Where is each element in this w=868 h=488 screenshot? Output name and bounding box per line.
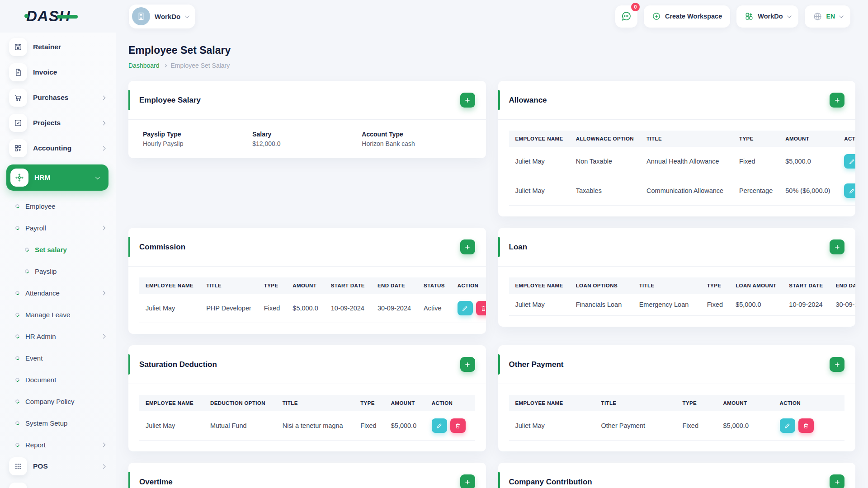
other-payment-table: EMPLOYEE NAME TITLE TYPE AMOUNT ACTION J… <box>509 395 845 441</box>
sidebar-item-projects[interactable]: Projects <box>9 114 108 132</box>
chevron-down-icon <box>839 14 844 18</box>
trash-icon <box>802 422 809 429</box>
edit-button[interactable] <box>844 154 855 169</box>
pencil-icon <box>462 305 468 312</box>
plus-icon <box>464 361 471 368</box>
sidebar-item-pos[interactable]: POS <box>9 457 108 475</box>
status-badge: Active <box>417 294 451 323</box>
logo-dash-accent <box>57 15 78 19</box>
sidebar-item-set-salary[interactable]: Set salary <box>0 240 108 258</box>
messages-badge: 0 <box>631 3 640 11</box>
add-overtime-button[interactable] <box>460 474 475 488</box>
apps-menu-button[interactable]: WorkDo <box>736 5 798 28</box>
sidebar-item-manage-leave[interactable]: Manage Leave <box>0 305 108 324</box>
dash-logo[interactable]: DASH <box>26 8 71 25</box>
add-loan-button[interactable] <box>830 239 844 254</box>
card-title: Other Payment <box>509 360 564 369</box>
add-saturation-deduction-button[interactable] <box>460 357 475 372</box>
table-row: Juliet May Financials Loan Emergency Loa… <box>509 294 856 316</box>
delete-button[interactable] <box>476 301 486 315</box>
circle-plus-icon <box>652 12 661 21</box>
allowance-table: EMPLOYEE NAME ALLOWNACE OPTION TITLE TYP… <box>509 131 856 206</box>
chevron-right-icon <box>101 95 106 100</box>
bullet-icon <box>14 312 20 317</box>
sidebar-item-purchases[interactable]: Purchases <box>9 89 108 107</box>
chat-icon <box>621 11 632 22</box>
sidebar-item-retainer[interactable]: Retainer <box>9 38 108 56</box>
sidebar-item-hrm[interactable]: HRM <box>6 164 108 191</box>
add-commission-button[interactable] <box>460 239 475 254</box>
table-row: Juliet May Other Payment Fixed $5,000.0 <box>509 411 845 441</box>
bullet-icon <box>14 290 20 296</box>
field-salary: Salary $12,000.0 <box>252 131 362 147</box>
delete-button[interactable] <box>450 418 466 433</box>
page-title: Employee Set Salary <box>128 44 855 56</box>
check-square-icon <box>14 118 23 127</box>
chevron-down-icon <box>185 14 189 18</box>
grid-plus-icon <box>14 144 23 153</box>
delete-button[interactable] <box>798 418 814 433</box>
bullet-icon <box>14 377 20 382</box>
workspace-name: WorkDo <box>155 13 180 20</box>
sidebar-item-accounting[interactable]: Accounting <box>9 139 108 157</box>
card-allowance: Allowance EMPLOYEE NAME ALLOWNACE OPTION… <box>498 81 856 216</box>
bullet-icon <box>14 203 20 209</box>
breadcrumb-dashboard-link[interactable]: Dashboard <box>128 62 160 69</box>
add-allowance-button[interactable] <box>830 93 844 108</box>
saturation-deduction-table: EMPLOYEE NAME DEDUCTION OPTION TITLE TYP… <box>139 395 475 441</box>
field-payslip-type: Payslip Type Hourly Payslip <box>143 131 252 147</box>
sidebar-item-hr-admin[interactable]: HR Admin <box>0 327 108 345</box>
card-title: Allowance <box>509 96 547 105</box>
edit-button[interactable] <box>458 301 473 315</box>
sidebar-item-event[interactable]: Event <box>0 349 108 367</box>
card-commission: Commission EMPLOYEE NAME TITLE TYPE AMOU… <box>128 228 486 334</box>
add-employee-salary-button[interactable] <box>460 93 475 108</box>
chevron-down-icon <box>95 175 100 179</box>
card-title: Overtime <box>139 478 173 487</box>
workspace-selector[interactable]: WorkDo <box>129 5 195 28</box>
bullet-icon <box>24 268 29 274</box>
messages-button[interactable]: 0 <box>615 5 637 28</box>
card-title: Commission <box>139 243 185 252</box>
edit-button[interactable] <box>432 418 447 433</box>
table-row: Juliet May Non Taxable Annual Health All… <box>509 147 856 176</box>
plus-icon <box>834 479 841 486</box>
bullet-icon <box>14 333 20 339</box>
sidebar-item-system-setup[interactable]: System Setup <box>0 414 108 432</box>
chevron-right-icon <box>101 442 106 447</box>
sidebar-item-employee[interactable]: Employee <box>0 197 108 215</box>
retainer-save-icon <box>14 42 23 52</box>
edit-button[interactable] <box>844 183 855 198</box>
sidebar-item-company-policy[interactable]: Company Policy <box>0 392 108 410</box>
sidebar-item-crm[interactable]: CRM <box>9 483 108 488</box>
commission-table: EMPLOYEE NAME TITLE TYPE AMOUNT START DA… <box>139 277 486 323</box>
card-title: Saturation Deduction <box>139 360 217 369</box>
sidebar-item-payslip[interactable]: Payslip <box>0 262 108 280</box>
add-company-contribution-button[interactable] <box>830 474 844 488</box>
language-selector[interactable]: EN <box>805 5 850 28</box>
card-title: Company Contribution <box>509 478 592 487</box>
table-row: Juliet May Taxables Communication Allowa… <box>509 176 856 206</box>
card-title: Employee Salary <box>139 96 201 105</box>
workspace-grid-icon <box>745 12 754 21</box>
sidebar-item-attendance[interactable]: Attendance <box>0 284 108 302</box>
hrm-icon <box>14 173 24 183</box>
create-workspace-button[interactable]: Create Workspace <box>644 5 730 28</box>
card-overtime: Overtime <box>128 463 486 488</box>
card-loan: Loan EMPLOYEE NAME LOAN OPTIONS TITLE TY… <box>498 228 856 327</box>
card-other-payment: Other Payment EMPLOYEE NAME TITLE TYPE A… <box>498 345 856 451</box>
plus-icon <box>464 97 471 104</box>
sidebar-item-invoice[interactable]: Invoice <box>9 63 108 81</box>
topbar: DASH WorkDo 0 Create Workspace WorkDo EN <box>0 0 868 33</box>
logo-dot-accent <box>24 14 28 18</box>
card-employee-salary: Employee Salary Payslip Type Hourly Pays… <box>128 81 486 158</box>
sidebar-item-payroll[interactable]: Payroll <box>0 219 108 237</box>
language-code: EN <box>826 13 835 20</box>
chevron-right-icon <box>101 225 106 230</box>
bullet-icon <box>14 442 20 447</box>
edit-button[interactable] <box>780 418 795 433</box>
add-other-payment-button[interactable] <box>830 357 844 372</box>
sidebar-item-report[interactable]: Report <box>0 436 108 454</box>
sidebar-item-document[interactable]: Document <box>0 371 108 389</box>
sidebar: Retainer Invoice Purchases Projects Acco… <box>0 33 116 488</box>
